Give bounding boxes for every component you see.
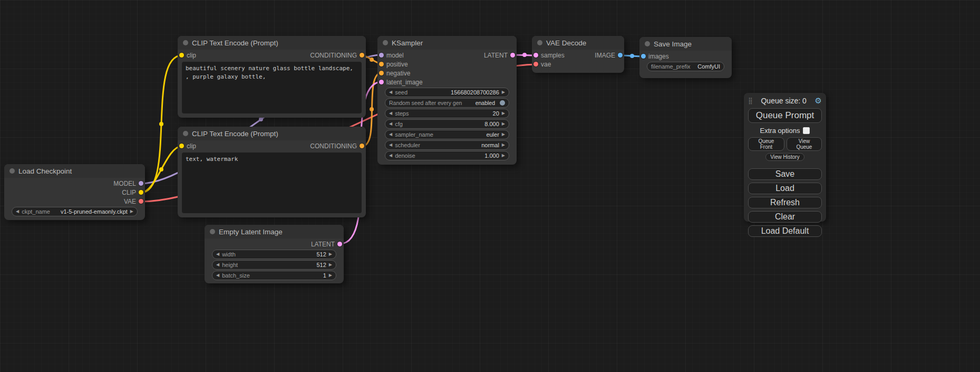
widget-batch-size[interactable]: ◀ batch_size 1 ▶ [212,271,336,280]
output-port-conditioning[interactable] [360,53,364,58]
widget-sampler-name[interactable]: ◀ sampler_name euler ▶ [385,130,509,139]
decrement-arrow-icon[interactable]: ◀ [216,273,219,278]
input-port-positive[interactable] [379,62,384,66]
input-port-latent-image[interactable] [379,80,384,84]
link-midpoint-dot [159,122,163,126]
node-ksampler[interactable]: KSampler model positive negative latent_… [377,36,517,165]
node-vae-decode[interactable]: VAE Decode samples vae IMAGE [532,36,624,73]
node-title-bar[interactable]: CLIP Text Encode (Prompt) [178,36,366,50]
decrement-arrow-icon[interactable]: ◀ [389,132,392,137]
output-port-clip[interactable] [139,190,143,195]
node-title-bar[interactable]: KSampler [377,36,517,50]
drag-handle-icon[interactable]: ⣿ [748,97,753,104]
widget-value: normal [481,142,499,148]
input-port-model[interactable] [379,53,384,58]
output-label: LATENT [311,241,335,248]
node-save-image[interactable]: Save Image images filename_prefix ComfyU… [639,37,732,78]
positive-prompt-input[interactable]: beautiful scenery nature glass bottle la… [182,62,362,113]
increment-arrow-icon[interactable]: ▶ [502,111,505,116]
node-title: VAE Decode [546,39,586,47]
output-label: LATENT [484,52,508,59]
widget-scheduler[interactable]: ◀ scheduler normal ▶ [385,140,509,150]
node-title-bar[interactable]: VAE Decode [532,36,624,50]
input-port-clip[interactable] [179,144,184,148]
decrement-arrow-icon[interactable]: ◀ [16,209,19,214]
node-title-bar[interactable]: Empty Latent Image [205,225,344,239]
collapse-dot-icon[interactable] [183,40,188,45]
widget-label: filename_prefix [651,63,691,70]
collapse-dot-icon[interactable] [210,229,215,234]
input-label: positive [386,61,408,68]
widget-random-seed-toggle[interactable]: Random seed after every gen enabled [385,98,509,108]
decrement-arrow-icon[interactable]: ◀ [216,263,219,267]
collapse-dot-icon[interactable] [645,41,650,46]
widget-height[interactable]: ◀ height 512 ▶ [212,260,336,270]
widget-label: ckpt_name [22,208,50,215]
widget-value: ComfyUI [697,63,720,70]
increment-arrow-icon[interactable]: ▶ [329,252,332,256]
toggle-knob-icon[interactable] [500,100,505,106]
input-port-negative[interactable] [379,71,384,75]
link-midpoint-dot [259,117,263,121]
input-port-images[interactable] [641,54,646,59]
widget-filename-prefix[interactable]: filename_prefix ComfyUI [647,62,724,71]
load-default-button[interactable]: Load Default [748,225,822,237]
output-port-latent[interactable] [337,242,342,246]
widget-cfg[interactable]: ◀ cfg 8.000 ▶ [385,119,509,129]
settings-gear-icon[interactable]: ⚙ [815,96,822,106]
collapse-dot-icon[interactable] [9,168,15,174]
negative-prompt-input[interactable]: text, watermark [182,152,362,213]
save-button[interactable]: Save [748,168,822,180]
node-clip-text-encode-positive[interactable]: CLIP Text Encode (Prompt) clip CONDITION… [178,36,366,118]
node-clip-text-encode-negative[interactable]: CLIP Text Encode (Prompt) clip CONDITION… [178,127,366,217]
widget-width[interactable]: ◀ width 512 ▶ [212,250,336,259]
node-title-bar[interactable]: Save Image [639,37,732,51]
decrement-arrow-icon[interactable]: ◀ [216,252,219,256]
widget-value: 512 [316,251,326,257]
decrement-arrow-icon[interactable]: ◀ [389,122,392,126]
decrement-arrow-icon[interactable]: ◀ [389,111,392,116]
node-title-bar[interactable]: Load Checkpoint [4,164,145,178]
widget-steps[interactable]: ◀ steps 20 ▶ [385,109,509,118]
queue-prompt-button[interactable]: Queue Prompt [748,108,822,123]
decrement-arrow-icon[interactable]: ◀ [389,154,392,158]
node-title-bar[interactable]: CLIP Text Encode (Prompt) [178,127,366,140]
decrement-arrow-icon[interactable]: ◀ [389,143,392,147]
collapse-dot-icon[interactable] [537,40,542,45]
clear-button[interactable]: Clear [748,211,822,223]
output-port-conditioning[interactable] [360,144,364,148]
link-midpoint-dot [370,58,374,62]
output-port-vae[interactable] [139,199,143,204]
input-label: samples [541,52,565,59]
node-empty-latent-image[interactable]: Empty Latent Image LATENT ◀ width 512 ▶ … [205,225,344,283]
widget-label: height [222,262,238,268]
input-port-clip[interactable] [179,53,184,58]
widget-denoise[interactable]: ◀ denoise 1.000 ▶ [385,151,509,160]
refresh-button[interactable]: Refresh [748,197,822,208]
view-queue-button[interactable]: View Queue [787,137,822,151]
input-port-samples[interactable] [533,53,538,58]
node-load-checkpoint[interactable]: Load Checkpoint MODEL CLIP VAE ◀ ckpt_na… [4,164,145,220]
extra-options-checkbox[interactable] [803,127,810,134]
input-port-vae[interactable] [533,62,538,66]
load-button[interactable]: Load [748,183,822,194]
widget-ckpt-name[interactable]: ◀ ckpt_name v1-5-pruned-emaonly.ckpt ▶ [12,207,138,216]
view-history-button[interactable]: View History [765,153,804,161]
increment-arrow-icon[interactable]: ▶ [502,143,505,147]
decrement-arrow-icon[interactable]: ◀ [389,90,392,94]
increment-arrow-icon[interactable]: ▶ [502,90,505,94]
increment-arrow-icon[interactable]: ▶ [502,154,505,158]
output-port-image[interactable] [618,53,623,58]
increment-arrow-icon[interactable]: ▶ [130,209,133,214]
queue-front-button[interactable]: Queue Front [748,137,784,151]
output-port-model[interactable] [139,181,143,186]
collapse-dot-icon[interactable] [183,131,188,136]
increment-arrow-icon[interactable]: ▶ [502,122,505,126]
widget-label: seed [395,89,407,96]
output-port-latent[interactable] [510,53,515,58]
widget-seed[interactable]: ◀ seed 156680208700286 ▶ [385,88,509,97]
increment-arrow-icon[interactable]: ▶ [329,273,332,278]
increment-arrow-icon[interactable]: ▶ [502,132,505,137]
collapse-dot-icon[interactable] [383,40,388,45]
increment-arrow-icon[interactable]: ▶ [329,263,332,267]
